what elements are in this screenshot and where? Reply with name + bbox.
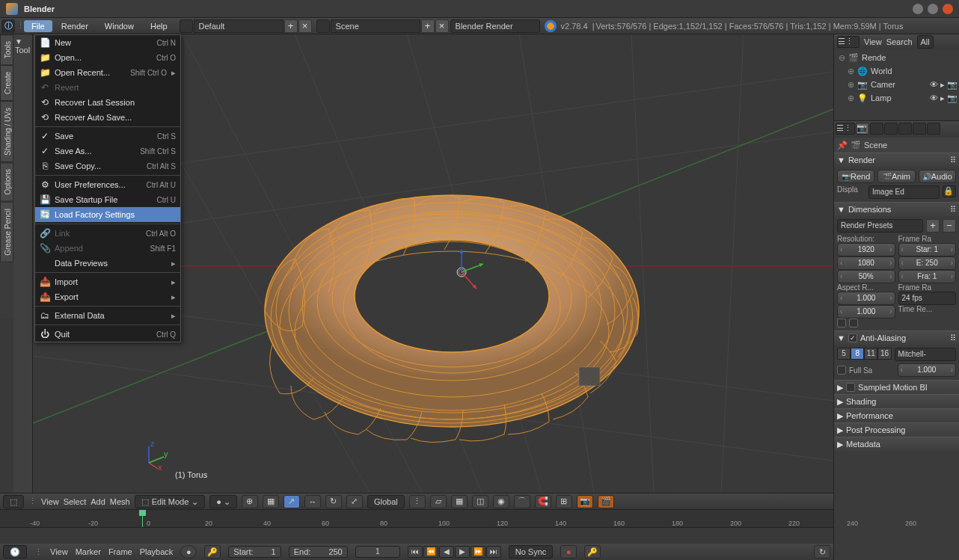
file-menu-open-[interactable]: 📁Open...Ctrl O	[35, 50, 180, 65]
file-menu-data-previews[interactable]: Data Previews▸	[35, 256, 180, 271]
keying-set-icon[interactable]: 🔑	[204, 545, 221, 559]
panel-shading[interactable]: ▶ Shading	[834, 395, 959, 408]
layout-remove-button[interactable]: ×	[298, 19, 312, 33]
scene-remove-button[interactable]: ×	[435, 19, 449, 33]
timeline-ruler[interactable]: -40-200204060801001201401601802002202402…	[0, 510, 833, 528]
current-frame-field[interactable]: 1	[355, 546, 400, 558]
layout-icon[interactable]	[180, 19, 193, 33]
properties-editor-icon[interactable]: ☰⋮	[836, 123, 855, 135]
file-menu-open-recent-[interactable]: 📁Open Recent...Shift Ctrl O▸	[35, 65, 180, 80]
display-mode-select[interactable]: Image Ed	[868, 185, 940, 199]
tab-constraints-icon[interactable]	[927, 123, 940, 135]
tab-world-icon[interactable]	[898, 123, 912, 135]
tab-render-layers-icon[interactable]	[870, 123, 883, 135]
panel-post-processing[interactable]: ▶ Post Processing	[834, 423, 959, 437]
view-menu[interactable]: View	[41, 497, 59, 506]
opengl-render-icon[interactable]: 📷	[577, 495, 593, 508]
file-menu-recover-last-session[interactable]: ⟲Recover Last Session	[35, 95, 180, 110]
autokey-record-icon[interactable]: ●	[560, 545, 577, 559]
tab-object-icon[interactable]	[913, 123, 926, 135]
aspect-y-field[interactable]: 1.000	[837, 305, 895, 319]
play-reverse-icon[interactable]: ◀	[439, 546, 454, 558]
aa-samples-5[interactable]: 5	[837, 348, 851, 360]
resolution-x-field[interactable]: 1920	[837, 243, 895, 256]
outliner-item-world[interactable]: ⊕🌐World	[836, 64, 958, 78]
file-menu-new[interactable]: 📄NewCtrl N	[35, 35, 180, 50]
tab-options[interactable]: Options	[0, 162, 13, 201]
pin-icon[interactable]: 📌	[837, 141, 848, 150]
file-menu-external-data[interactable]: 🗂External Data▸	[35, 308, 180, 323]
file-menu-save-as-[interactable]: ✓Save As...Shift Ctrl S	[35, 144, 180, 159]
menu-render[interactable]: Render	[54, 20, 96, 32]
jump-start-icon[interactable]: ⏮	[408, 546, 423, 558]
file-menu-quit[interactable]: ⏻QuitCtrl Q	[35, 327, 180, 342]
timeline-cursor[interactable]	[142, 510, 143, 527]
render-engine-select[interactable]: Blender Render	[450, 19, 540, 33]
next-keyframe-icon[interactable]: ⏩	[471, 546, 485, 558]
tab-render-icon[interactable]: 📷	[856, 123, 869, 135]
torus-mesh[interactable]	[257, 161, 646, 446]
panel-metadata[interactable]: ▶ Metadata	[834, 437, 959, 451]
play-icon[interactable]: ▶	[455, 546, 470, 558]
auto-keyframe-icon[interactable]: ●	[180, 545, 197, 559]
crop-checkbox[interactable]	[849, 319, 858, 327]
timeline-view-menu[interactable]: View	[50, 547, 68, 556]
tab-scene-icon[interactable]	[884, 123, 898, 135]
resolution-pct-field[interactable]: 50%	[837, 270, 895, 283]
add-menu[interactable]: Add	[91, 497, 105, 506]
frame-step-field[interactable]: Fra: 1	[898, 270, 957, 283]
pivot-icon[interactable]: ⊕	[242, 495, 258, 508]
layers-icon[interactable]: ▦	[263, 495, 279, 508]
render-button[interactable]: 📷Rend	[837, 170, 874, 183]
aa-samples-16[interactable]: 16	[877, 348, 891, 360]
render-anim-button[interactable]: 🎬Anim	[877, 170, 915, 183]
scene-icon[interactable]	[316, 19, 330, 33]
vertex-select-icon[interactable]: ⋮	[409, 495, 426, 508]
fps-select[interactable]: 24 fps	[898, 292, 957, 305]
frame-end-field[interactable]: E: 250	[898, 256, 957, 270]
layout-add-button[interactable]: +	[284, 19, 298, 33]
opengl-anim-icon[interactable]: 🎬	[598, 495, 614, 508]
limit-selection-icon[interactable]: ◫	[472, 495, 488, 508]
prev-keyframe-icon[interactable]: ⏪	[423, 546, 438, 558]
timeline-marker-menu[interactable]: Marker	[76, 547, 101, 556]
preset-add-button[interactable]: +	[926, 219, 940, 233]
rotate-icon[interactable]: ↻	[325, 495, 342, 508]
shading-select[interactable]: ● ⌄	[209, 495, 237, 508]
jump-end-icon[interactable]: ⏭	[486, 546, 501, 558]
menu-window[interactable]: Window	[97, 20, 141, 32]
aa-size-field[interactable]: 1.000	[898, 363, 957, 377]
render-presets-select[interactable]: Render Presets	[837, 219, 923, 233]
outliner-view-menu[interactable]: View	[864, 37, 882, 46]
preset-remove-button[interactable]: −	[943, 219, 956, 233]
panel-sampled-motion[interactable]: ▶ Sampled Motion Bl	[834, 381, 959, 394]
render-audio-button[interactable]: 🔊Audio	[919, 170, 956, 183]
snap-icon[interactable]: 🧲	[535, 495, 551, 508]
loop-icon[interactable]: ↻	[814, 545, 830, 559]
keying-dropdown-icon[interactable]: 🔑	[584, 545, 601, 559]
falloff-icon[interactable]: ⌒	[514, 495, 530, 508]
mesh-menu[interactable]: Mesh	[110, 497, 130, 506]
lock-interface-icon[interactable]: 🔒	[943, 185, 956, 197]
panel-performance[interactable]: ▶ Performance	[834, 409, 959, 422]
tab-tools[interactable]: Tools	[0, 34, 13, 65]
frame-start-field[interactable]: Star: 1	[898, 243, 957, 256]
start-frame-field[interactable]: Start:1	[228, 546, 281, 558]
scene-select[interactable]: Scene	[331, 19, 420, 33]
tab-shading-uvs[interactable]: Shading / UVs	[0, 101, 13, 162]
resolution-y-field[interactable]: 1080	[837, 256, 895, 270]
full-sample-checkbox[interactable]	[837, 366, 846, 375]
edge-select-icon[interactable]: ▱	[430, 495, 447, 508]
file-menu-save-copy-[interactable]: ⎘Save Copy...Ctrl Alt S	[35, 159, 180, 173]
mode-select[interactable]: ⬚ Edit Mode ⌄	[135, 495, 206, 508]
file-menu-export[interactable]: 📤Export▸	[35, 289, 180, 304]
scene-add-button[interactable]: +	[421, 19, 435, 33]
visibility-icon[interactable]: 👁 ▸ 📷	[930, 80, 958, 90]
menu-help[interactable]: Help	[143, 20, 175, 32]
file-menu-save-startup-file[interactable]: 💾Save Startup FileCtrl U	[35, 192, 180, 207]
border-checkbox[interactable]	[837, 319, 846, 327]
proportional-edit-icon[interactable]: ◉	[493, 495, 509, 508]
info-editor-icon[interactable]: ⓘ	[1, 19, 15, 33]
file-menu-recover-auto-save-[interactable]: ⟲Recover Auto Save...	[35, 110, 180, 125]
outliner-item-rende[interactable]: ⊖🎬Rende	[836, 51, 958, 64]
